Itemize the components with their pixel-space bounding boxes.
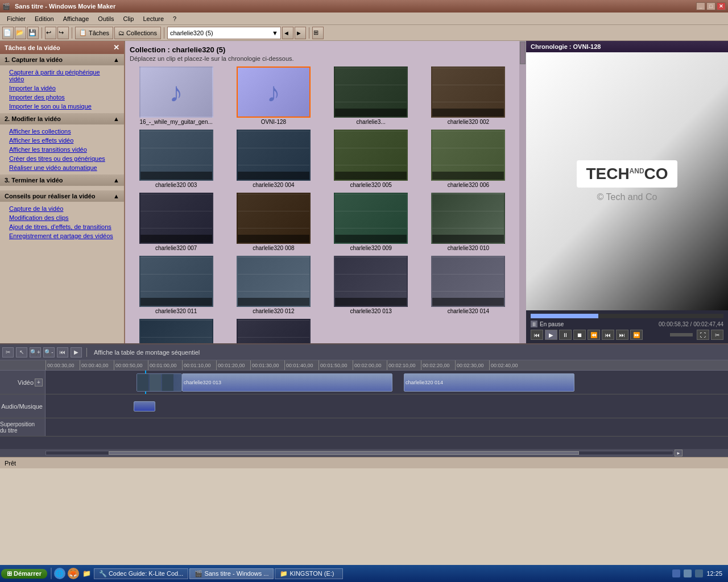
tl-btn-play[interactable]: ▶ bbox=[71, 347, 82, 357]
tl-btn-zoom-out[interactable]: 🔍- bbox=[43, 347, 55, 357]
fast-forward-button[interactable]: ⏩ bbox=[630, 330, 643, 340]
scrollbar-thumb[interactable] bbox=[520, 41, 526, 64]
redo-button[interactable]: ↪ bbox=[57, 27, 69, 39]
clip-item-clip14[interactable]: charlelie320 012 bbox=[227, 256, 320, 314]
clip-item-clip3[interactable]: charlelie3... bbox=[325, 66, 417, 125]
link-capture-periph[interactable]: Capturer à partir du périphérique vidéo bbox=[0, 68, 124, 84]
clip-item-clip10[interactable]: charlelie320 008 bbox=[227, 193, 320, 251]
collections-button[interactable]: 🗂 Collections bbox=[114, 27, 161, 39]
clip-duration-bar bbox=[335, 298, 407, 306]
menu-fichier[interactable]: Fichier bbox=[2, 14, 30, 23]
collection-selector[interactable]: charlelie320 (5) ▼ bbox=[167, 27, 281, 39]
minimize-button[interactable]: _ bbox=[696, 2, 705, 10]
clip-item-clip8[interactable]: charlelie320 006 bbox=[422, 130, 515, 188]
quicklaunch-folder-icon[interactable]: 📁 bbox=[81, 568, 93, 579]
link-enregistrement[interactable]: Enregistrement et partage des vidéos bbox=[0, 231, 124, 240]
window-controls[interactable]: _ □ ✕ bbox=[696, 2, 726, 10]
tasks-button[interactable]: 📋 Tâches bbox=[75, 27, 113, 39]
clip-item-clip1[interactable]: ♪16_-_while_my_guitar_gen... bbox=[130, 66, 222, 125]
title-track-content[interactable] bbox=[46, 418, 728, 436]
menu-clip[interactable]: Clip bbox=[118, 14, 138, 23]
taskbar-item-codec[interactable]: 🔧 Codec Guide: K-Lite Cod... bbox=[94, 568, 188, 579]
open-button[interactable]: 📂 bbox=[15, 27, 26, 39]
tl-btn-select[interactable]: ↖ bbox=[16, 347, 27, 357]
close-button[interactable]: ✕ bbox=[717, 2, 726, 10]
video-clip-014[interactable]: charlelie320 014 bbox=[404, 373, 574, 392]
clip-item-clip5[interactable]: charlelie320 003 bbox=[130, 130, 222, 188]
clip-item-clip16[interactable]: charlelie320 014 bbox=[422, 256, 515, 314]
video-clip-start[interactable] bbox=[136, 373, 182, 392]
collections-label: Collections bbox=[126, 30, 157, 36]
menu-edition[interactable]: Edition bbox=[30, 14, 59, 23]
clip-item-clip12[interactable]: charlelie320 010 bbox=[422, 193, 515, 251]
prev-frame-button[interactable]: ⏮ bbox=[531, 330, 543, 340]
start-button[interactable]: ⊞ Démarrer bbox=[1, 569, 47, 579]
volume-slider[interactable] bbox=[670, 333, 693, 336]
clip-item-clip11[interactable]: charlelie320 009 bbox=[325, 193, 417, 251]
menu-help[interactable]: ? bbox=[168, 14, 181, 23]
pause-button[interactable]: ⏸ bbox=[559, 330, 572, 340]
new-button[interactable]: 📄 bbox=[2, 27, 14, 39]
scroll-right-button[interactable]: ► bbox=[675, 450, 682, 456]
stop-button[interactable]: ⏹ bbox=[573, 330, 586, 340]
fullscreen-button[interactable]: ⛶ bbox=[697, 330, 709, 340]
link-creer-titres[interactable]: Créer des titres ou des génériques bbox=[0, 154, 124, 163]
prev-clip-button[interactable]: ⏮ bbox=[602, 330, 614, 340]
save-button[interactable]: 💾 bbox=[27, 27, 39, 39]
link-realiser-auto[interactable]: Réaliser une vidéo automatique bbox=[0, 163, 124, 172]
menu-affichage[interactable]: Affichage bbox=[59, 14, 94, 23]
clip-item-clip17[interactable] bbox=[130, 319, 222, 343]
tl-btn-zoom-in[interactable]: 🔍+ bbox=[30, 347, 41, 357]
link-modification-clips[interactable]: Modification des clips bbox=[0, 213, 124, 222]
menu-lecture[interactable]: Lecture bbox=[138, 14, 168, 23]
clip-item-clip9[interactable]: charlelie320 007 bbox=[130, 193, 222, 251]
clip-item-clip15[interactable]: charlelie320 013 bbox=[325, 256, 417, 314]
taskbar-item-moviemaker[interactable]: 🎬 Sans titre - Windows ... bbox=[189, 568, 274, 579]
nav-back-button[interactable]: ◄ bbox=[282, 27, 293, 39]
video-track-content[interactable]: charlelie320 013 charlelie320 014 char bbox=[46, 371, 728, 394]
scrollbar-thumb-h[interactable] bbox=[109, 451, 579, 455]
section-finish-header[interactable]: 3. Terminer la vidéo ▲ bbox=[0, 174, 124, 186]
link-capture-video[interactable]: Capture de la vidéo bbox=[0, 204, 124, 213]
link-afficher-transitions[interactable]: Afficher les transitions vidéo bbox=[0, 145, 124, 154]
video-track-add-button[interactable]: + bbox=[35, 379, 43, 386]
tl-btn-prev[interactable]: ⏮ bbox=[57, 347, 68, 357]
link-import-photos[interactable]: Importer des photos bbox=[0, 93, 124, 102]
clip-item-clip6[interactable]: charlelie320 004 bbox=[227, 130, 320, 188]
taskbar-item-kingston[interactable]: 📁 KINGSTON (E:) bbox=[275, 568, 343, 579]
quicklaunch-firefox-icon[interactable]: 🦊 bbox=[68, 568, 79, 579]
timeline-scrollbar[interactable]: ► bbox=[0, 449, 728, 457]
view-options-button[interactable]: ⊞ bbox=[312, 27, 324, 39]
maximize-button[interactable]: □ bbox=[706, 2, 715, 10]
link-ajout-titres[interactable]: Ajout de titres, d'effets, de transition… bbox=[0, 222, 124, 231]
link-import-son[interactable]: Importer le son ou la musique bbox=[0, 102, 124, 111]
split-button[interactable]: ✂ bbox=[711, 330, 723, 340]
tl-btn-scissors[interactable]: ✂ bbox=[2, 347, 14, 357]
rewind-button[interactable]: ⏪ bbox=[588, 330, 600, 340]
network-tray-icon bbox=[672, 569, 680, 577]
section-capture-header[interactable]: 1. Capturer la vidéo ▲ bbox=[0, 54, 124, 65]
audio-clip[interactable] bbox=[134, 401, 155, 411]
clip-item-clip4[interactable]: charlelie320 002 bbox=[422, 66, 515, 125]
quicklaunch-ie-icon[interactable]: 🌐 bbox=[54, 568, 65, 579]
link-afficher-collections[interactable]: Afficher les collections bbox=[0, 127, 124, 136]
scrollbar[interactable] bbox=[519, 41, 526, 343]
clip-item-clip18[interactable] bbox=[227, 319, 320, 343]
audio-track-content[interactable] bbox=[46, 394, 728, 418]
panel-close-button[interactable]: ✕ bbox=[113, 43, 119, 52]
clip-item-clip2[interactable]: ♪OVNI-128 bbox=[227, 66, 320, 125]
video-clip-013[interactable]: charlelie320 013 bbox=[182, 373, 392, 392]
play-button[interactable]: ▶ bbox=[545, 330, 557, 340]
undo-button[interactable]: ↩ bbox=[45, 27, 56, 39]
clip-item-clip13[interactable]: charlelie320 011 bbox=[130, 256, 222, 314]
section-tips-header[interactable]: Conseils pour réaliser la vidéo ▲ bbox=[0, 190, 124, 202]
link-import-video[interactable]: Importer la vidéo bbox=[0, 84, 124, 93]
progress-bar-container[interactable] bbox=[531, 314, 723, 318]
scrollbar-track[interactable] bbox=[46, 451, 673, 455]
clip-item-clip7[interactable]: charlelie320 005 bbox=[325, 130, 417, 188]
section-modify-header[interactable]: 2. Modifier la vidéo ▲ bbox=[0, 113, 124, 124]
menu-outils[interactable]: Outils bbox=[93, 14, 118, 23]
nav-forward-button[interactable]: ► bbox=[295, 27, 306, 39]
next-clip-button[interactable]: ⏭ bbox=[616, 330, 628, 340]
link-afficher-effets[interactable]: Afficher les effets vidéo bbox=[0, 136, 124, 145]
